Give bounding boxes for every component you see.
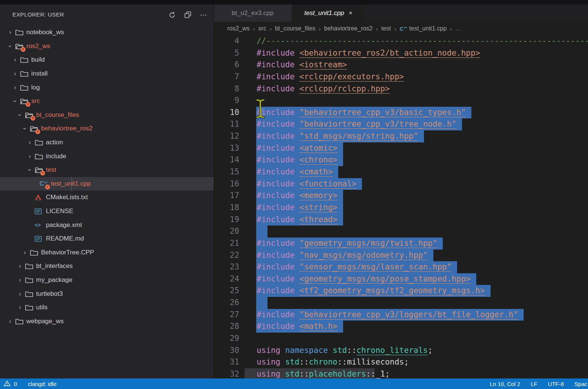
breadcrumb-item-test[interactable]: test: [381, 25, 391, 32]
chevron-down-icon[interactable]: ›: [21, 124, 29, 133]
tree-item-webpage_ws[interactable]: ›webpage_ws: [0, 314, 214, 328]
tree-item-bt_interfaces[interactable]: ›bt_interfaces: [0, 259, 214, 273]
tree-item-log[interactable]: ›log: [0, 80, 214, 94]
breadcrumb-item-src[interactable]: src: [258, 25, 266, 32]
code-line-9[interactable]: 9: [214, 95, 588, 107]
code-line-13[interactable]: 13#include <atomic>: [214, 142, 588, 154]
more-actions-icon[interactable]: ⋯: [199, 10, 208, 20]
code-line-7[interactable]: 7#include <rclcpp/executors.hpp>: [214, 71, 588, 83]
status-spac[interactable]: Spac: [574, 381, 587, 387]
code-line-24[interactable]: 24#include <geometry_msgs/msg/pose_stamp…: [214, 273, 588, 285]
tree-item-build[interactable]: ›build: [0, 53, 214, 67]
warning-icon[interactable]: [4, 380, 11, 387]
line-number[interactable]: 23: [214, 261, 239, 273]
tree-item-src[interactable]: ›×src: [0, 94, 214, 108]
line-number[interactable]: 18: [214, 202, 239, 214]
tree-item-bt_course_files[interactable]: ›×bt_course_files: [0, 108, 214, 122]
chevron-right-icon[interactable]: ›: [20, 249, 30, 256]
line-number[interactable]: 11: [214, 118, 239, 130]
code-line-14[interactable]: 14#include <chrono>: [214, 154, 588, 166]
line-number[interactable]: 4: [214, 35, 239, 47]
code-line-27[interactable]: 27#include "behaviortree_cpp_v3/loggers/…: [214, 309, 588, 321]
chevron-down-icon[interactable]: ›: [16, 110, 24, 120]
code-line-22[interactable]: 22#include "nav_msgs/msg/odometry.hpp": [214, 250, 588, 262]
code-line-10[interactable]: 10#include "behaviortree_cpp_v3/basic_ty…: [214, 107, 588, 119]
chevron-right-icon[interactable]: ›: [15, 290, 25, 298]
close-icon[interactable]: ×: [349, 9, 352, 17]
line-number[interactable]: 20: [214, 226, 239, 238]
code-line-29[interactable]: 29: [214, 333, 588, 345]
chevron-right-icon[interactable]: ›: [25, 139, 35, 146]
line-number[interactable]: 15: [214, 166, 239, 178]
tree-item-test_unit1.cpp[interactable]: C++×test_unit1.cpp: [0, 177, 214, 191]
clangd-status[interactable]: clangd: idle: [28, 381, 56, 387]
chevron-right-icon[interactable]: ›: [15, 276, 25, 284]
tree-item-my_package[interactable]: ›my_package: [0, 273, 214, 287]
line-number[interactable]: 8: [214, 83, 239, 95]
tree-item-behaviortree_ros2[interactable]: ›×behaviortree_ros2: [0, 122, 214, 136]
tree-item-include[interactable]: ›include: [0, 149, 214, 163]
code-line-17[interactable]: 17#include <memory>: [214, 190, 588, 202]
tree-item-install[interactable]: ›install: [0, 67, 214, 81]
breadcrumb-item-behaviortree_ros2[interactable]: behaviortree_ros2: [324, 25, 373, 32]
line-number[interactable]: 17: [214, 190, 239, 202]
line-number[interactable]: 9: [214, 95, 239, 107]
code-line-12[interactable]: 12#include "std_msgs/msg/string.hpp": [214, 130, 588, 142]
code-line-11[interactable]: 11#include "behaviortree_cpp_v3/tree_nod…: [214, 118, 588, 130]
tree-item-notebook_ws[interactable]: ›notebook_ws: [0, 26, 214, 39]
chevron-down-icon[interactable]: ›: [26, 165, 33, 175]
tree-item-ros2_ws[interactable]: ›×ros2_ws: [0, 39, 214, 53]
refresh-icon[interactable]: [167, 10, 177, 20]
tree-item-test[interactable]: ›×test: [0, 163, 214, 177]
code-line-6[interactable]: 6#include <iostream>: [214, 59, 588, 71]
code-editor[interactable]: 4//-------------------------------------…: [214, 35, 588, 378]
code-line-20[interactable]: 20: [214, 226, 588, 238]
code-line-23[interactable]: 23#include "sensor_msgs/msg/laser_scan.h…: [214, 261, 588, 273]
tree-item-CMakeLists.txt[interactable]: CMakeLists.txt: [0, 191, 214, 204]
line-number[interactable]: 6: [214, 59, 239, 71]
breadcrumb-item-bt_course_files[interactable]: bt_course_files: [275, 25, 316, 32]
chevron-right-icon[interactable]: ›: [5, 318, 15, 325]
status-utf-8[interactable]: UTF-8: [548, 381, 564, 387]
tab-test_unit1.cpp[interactable]: test_unit1.cpp×: [292, 3, 365, 22]
line-number[interactable]: 27: [214, 309, 239, 321]
tree-item-utils[interactable]: ›utils: [0, 301, 214, 315]
line-number[interactable]: 29: [214, 333, 239, 345]
chevron-right-icon[interactable]: ›: [10, 84, 20, 91]
code-line-30[interactable]: 30using namespace std::chrono_literals;: [214, 345, 588, 357]
line-number[interactable]: 7: [214, 71, 239, 83]
line-number[interactable]: 12: [214, 130, 239, 142]
line-number[interactable]: 22: [214, 250, 239, 262]
line-number[interactable]: 24: [214, 273, 239, 285]
chevron-right-icon[interactable]: ›: [15, 304, 25, 311]
code-line-15[interactable]: 15#include <cmath>: [214, 166, 588, 178]
problems-count[interactable]: 0: [14, 381, 17, 387]
code-line-5[interactable]: 5#include <behaviortree_ros2/bt_action_n…: [214, 47, 588, 59]
collapse-folders-icon[interactable]: [183, 10, 193, 20]
chevron-right-icon[interactable]: ›: [25, 153, 35, 160]
line-number[interactable]: 30: [214, 345, 239, 357]
tab-bt_u2_ex3.cpp[interactable]: bt_u2_ex3.cpp: [214, 5, 292, 22]
code-line-32[interactable]: 32using std::placeholders::_1;: [214, 368, 588, 378]
code-line-31[interactable]: 31using std::chrono::milliseconds;: [214, 356, 588, 368]
line-number[interactable]: 26: [214, 297, 239, 309]
tree-item-README.md[interactable]: README.md: [0, 232, 214, 246]
code-line-25[interactable]: 25#include <tf2_geometry_msgs/tf2_geomet…: [214, 285, 588, 297]
line-number[interactable]: 25: [214, 285, 239, 297]
tree-item-turtlebot3[interactable]: ›turtlebot3: [0, 287, 214, 301]
chevron-down-icon[interactable]: ›: [11, 96, 19, 106]
chevron-right-icon[interactable]: ›: [10, 56, 20, 64]
line-number[interactable]: 32: [214, 368, 239, 378]
code-line-28[interactable]: 28#include <math.h>: [214, 321, 588, 333]
code-line-8[interactable]: 8#include <rclcpp/rclcpp.hpp>: [214, 83, 588, 95]
line-number[interactable]: 28: [214, 321, 239, 333]
chevron-right-icon[interactable]: ›: [15, 262, 25, 270]
code-line-4[interactable]: 4//-------------------------------------…: [214, 35, 588, 47]
line-number[interactable]: 21: [214, 238, 239, 250]
line-number[interactable]: 31: [214, 356, 239, 368]
tree-item-action[interactable]: ›action: [0, 136, 214, 150]
chevron-down-icon[interactable]: ›: [6, 41, 14, 51]
status-ln-10-col-2[interactable]: Ln 10, Col 2: [490, 381, 520, 387]
chevron-right-icon[interactable]: ›: [5, 29, 15, 36]
line-number[interactable]: 16: [214, 178, 239, 190]
